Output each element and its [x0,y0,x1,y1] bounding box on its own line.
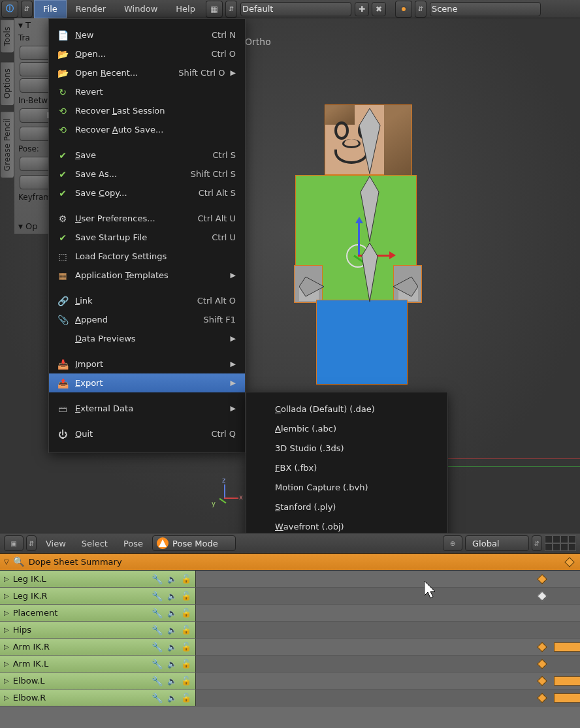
channel-header[interactable]: ▷Arm IK.L🔧🔈🔓 [0,656,196,672]
disclosure-triangle-icon[interactable]: ▷ [4,575,9,582]
channel-track[interactable] [196,622,580,638]
layer-buttons[interactable] [545,535,576,551]
keyframe-icon[interactable] [537,676,547,686]
file-menu-item-open-[interactable]: 📂Open...Ctrl O [49,44,245,63]
dope-sheet-summary-row[interactable]: ▽ 🔍 Dope Sheet Summary [0,554,580,571]
wrench-icon[interactable]: 🔧 [152,676,163,686]
menu-render[interactable]: Render [67,0,115,18]
channel-track[interactable] [196,639,580,655]
lock-icon[interactable]: 🔓 [181,591,191,601]
file-menu-item-open-recent-[interactable]: 📂Open Recent...Shift Ctrl O▶ [49,63,245,82]
channel-row[interactable]: ▷Arm IK.L🔧🔈🔓 [0,656,580,673]
vh-pose[interactable]: Pose [117,539,150,548]
file-menu-item-save-as-[interactable]: ✔Save As...Shift Ctrl S [49,165,245,183]
export-item-stanford-ply-[interactable]: Stanford (.ply) [246,497,447,516]
mode-selector[interactable]: Pose Mode [152,535,236,551]
file-menu-item-import[interactable]: 📥Import▶ [49,355,245,373]
speaker-icon[interactable]: 🔈 [167,676,177,686]
file-menu-item-recover-last-session[interactable]: ⟲Recover Last Session [49,101,245,120]
orientation-selector[interactable]: Global [465,535,529,551]
lock-icon[interactable]: 🔓 [181,693,191,703]
keyframe-icon[interactable] [537,659,547,669]
screen-layout-field[interactable]: Default [240,2,351,16]
tab-tools[interactable]: Tools [0,20,14,54]
file-menu-item-user-preferences-[interactable]: ⚙User Preferences...Ctrl Alt U [49,209,245,228]
channel-track[interactable] [196,571,580,587]
keyframe-icon[interactable] [537,591,547,601]
file-menu-item-application-templates[interactable]: ▦Application Templates▶ [49,266,245,285]
screen-layout-icon[interactable]: ▦ [206,1,223,18]
scene-icon[interactable] [395,1,412,18]
screen-layout-dropdown-icon[interactable]: ⇵ [225,1,237,18]
add-layout-button[interactable]: ✚ [355,2,369,16]
speaker-icon[interactable]: 🔈 [167,693,177,703]
keyframe-icon[interactable] [537,693,547,703]
speaker-icon[interactable]: 🔈 [167,575,177,584]
file-menu-item-append[interactable]: 📎AppendShift F1 [49,310,245,329]
speaker-icon[interactable]: 🔈 [167,625,177,635]
channel-header[interactable]: ▷Leg IK.R🔧🔈🔓 [0,588,196,604]
file-menu-item-external-data[interactable]: 🗃External Data▶ [49,399,245,418]
export-item-motion-capture-bvh-[interactable]: Motion Capture (.bvh) [246,477,447,497]
vh-select[interactable]: Select [75,539,114,548]
export-item-alembic-abc-[interactable]: Alembic (.abc) [246,419,447,438]
keyframe-segment[interactable] [554,642,580,652]
disclosure-triangle-icon[interactable]: ▷ [4,694,9,701]
disclosure-triangle-icon[interactable]: ▽ [4,558,9,565]
channel-header[interactable]: ▷Elbow.R🔧🔈🔓 [0,689,196,706]
export-item-fbx-fbx-[interactable]: FBX (.fbx) [246,458,447,477]
export-item-collada-default-dae-[interactable]: Collada (Default) (.dae) [246,399,447,419]
export-item-3d-studio-3ds-[interactable]: 3D Studio (.3ds) [246,438,447,458]
wrench-icon[interactable]: 🔧 [152,625,163,635]
channel-row[interactable]: ▷Arm IK.R🔧🔈🔓 [0,639,580,656]
editor-type-dropdown-icon[interactable]: ⇵ [26,535,37,551]
orientation-dropdown-icon[interactable]: ⇵ [532,535,542,551]
remove-layout-button[interactable]: ✖ [372,2,386,16]
tab-options[interactable]: Options [0,61,14,106]
file-menu-item-link[interactable]: 🔗LinkCtrl Alt O [49,291,245,310]
disclosure-triangle-icon[interactable]: ▷ [4,643,9,650]
menu-window[interactable]: Window [115,0,167,18]
disclosure-triangle-icon[interactable]: ▷ [4,677,9,684]
scene-dropdown-icon[interactable]: ⇵ [415,1,427,18]
speaker-icon[interactable]: 🔈 [167,592,177,601]
wrench-icon[interactable]: 🔧 [152,574,163,584]
file-menu-item-load-factory-settings[interactable]: ⬚Load Factory Settings [49,247,245,266]
wrench-icon[interactable]: 🔧 [152,659,163,669]
wrench-icon[interactable]: 🔧 [152,642,163,652]
channel-track[interactable] [196,689,580,706]
tab-grease-pencil[interactable]: Grease Pencil [0,111,14,178]
disclosure-triangle-icon[interactable]: ▷ [4,609,9,616]
disclosure-triangle-icon[interactable]: ▷ [4,592,9,599]
channel-header[interactable]: ▷Hips🔧🔈🔓 [0,622,196,638]
file-menu-item-save-startup-file[interactable]: ✔Save Startup FileCtrl U [49,228,245,247]
file-menu-item-export[interactable]: 📤Export▶ [49,373,245,392]
channel-row[interactable]: ▷Leg IK.R🔧🔈🔓 [0,588,580,605]
channel-row[interactable]: ▷Elbow.L🔧🔈🔓 [0,673,580,689]
channel-header[interactable]: ▷Elbow.L🔧🔈🔓 [0,673,196,689]
scene-field[interactable]: Scene [430,2,541,16]
vh-view[interactable]: View [39,539,72,548]
speaker-icon[interactable]: 🔈 [167,642,177,652]
channel-track[interactable] [196,588,580,604]
lock-icon[interactable]: 🔓 [181,608,191,618]
file-menu-item-quit[interactable]: ⏻QuitCtrl Q [49,424,245,443]
lock-icon[interactable]: 🔓 [181,659,191,669]
file-menu-item-new[interactable]: 📄NewCtrl N [49,25,245,44]
pivot-icon[interactable]: ⊕ [443,535,462,551]
keyframe-segment[interactable] [554,693,580,703]
editor-type-icon[interactable]: ▣ [4,535,24,551]
disclosure-triangle-icon[interactable]: ▷ [4,660,9,667]
transform-gizmo[interactable] [358,232,404,278]
wrench-icon[interactable]: 🔧 [152,693,163,703]
channel-track[interactable] [196,656,580,672]
file-menu-item-save[interactable]: ✔SaveCtrl S [49,146,245,165]
menu-help[interactable]: Help [167,0,204,18]
channel-track[interactable] [196,605,580,621]
file-menu-item-save-copy-[interactable]: ✔Save Copy...Ctrl Alt S [49,183,245,202]
channel-row[interactable]: ▷Elbow.R🔧🔈🔓 [0,689,580,706]
wrench-icon[interactable]: 🔧 [152,608,163,618]
keyframe-icon[interactable] [537,642,547,652]
channel-track[interactable] [196,673,580,689]
lock-icon[interactable]: 🔓 [181,574,191,584]
